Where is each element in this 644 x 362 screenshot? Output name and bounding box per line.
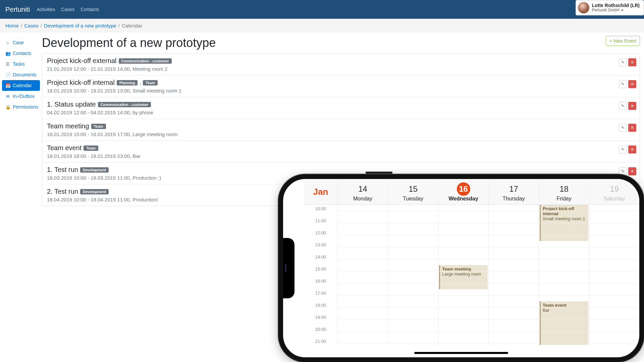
- calendar-times: 10:0011:0012:0013:0014:0015:0016:0017:00…: [304, 205, 337, 346]
- calendar-event[interactable]: Team eventBar: [540, 301, 588, 345]
- gridline: [337, 271, 639, 272]
- event-tag: Team: [91, 124, 106, 129]
- new-event-label: New Event: [613, 38, 636, 44]
- edit-button[interactable]: ✎: [619, 80, 627, 88]
- event-tag: Team: [84, 145, 98, 151]
- calendar-time-label: 14:00: [304, 254, 337, 266]
- event-meta: 21.01.2019 12:00 - 21.01.2019 14:00, Mee…: [47, 66, 635, 72]
- edit-button[interactable]: ✎: [619, 124, 627, 132]
- user-name: Lotte Rothschild (LR): [592, 3, 640, 8]
- user-menu[interactable]: Lotte Rothschild (LR) Pertuniti GmbH: [576, 0, 644, 15]
- event-row: 1. Status updateCommunication - customer…: [42, 97, 640, 119]
- calendar-day-num: 16: [457, 182, 470, 196]
- calendar-day[interactable]: 18Friday: [539, 179, 589, 204]
- calendar-month: Jan: [304, 179, 337, 204]
- file-icon: 📄: [5, 72, 10, 77]
- calendar-event-location: Bar: [543, 308, 586, 313]
- gridline: [337, 283, 639, 284]
- sidebar-item-label: Documents: [13, 72, 37, 77]
- gridline: [337, 259, 639, 259]
- event-actions: ✎✕: [619, 80, 636, 88]
- brand-logo[interactable]: Pertuniti: [5, 6, 30, 13]
- event-meta: 18.01.2019 18:00 - 18.01.2019 23:00, Bar: [47, 153, 635, 159]
- event-row: Team meetingTeam16.01.2019 15:00 - 16.01…: [42, 119, 640, 141]
- sidebar-item-in-outbox[interactable]: ✉In-/Outbox: [2, 91, 40, 102]
- calendar-time-label: 13:00: [304, 242, 337, 254]
- breadcrumb: Home/Cases/Development of a new prototyp…: [0, 19, 644, 33]
- event-tag: Planning: [117, 80, 138, 85]
- sidebar-item-tasks[interactable]: ☰Tasks: [2, 59, 40, 69]
- calendar-day-num: 18: [557, 182, 571, 196]
- calendar-grid: 10:0011:0012:0013:0014:0015:0016:0017:00…: [304, 205, 639, 346]
- edit-button[interactable]: ✎: [619, 145, 627, 154]
- home-indicator: [414, 352, 508, 354]
- calendar-column[interactable]: [589, 205, 639, 346]
- calendar-day[interactable]: 15Tuesday: [388, 179, 438, 204]
- mobile-calendar: Jan14Monday15Tuesday16Wednesday17Thursda…: [304, 179, 639, 357]
- calendar-day-name: Tuesday: [388, 196, 438, 202]
- breadcrumb-separator: /: [118, 23, 120, 28]
- event-meta: 16.01.2019 15:00 - 16.01.2019 17:00, Lar…: [47, 131, 635, 137]
- user-info: Lotte Rothschild (LR) Pertuniti GmbH: [592, 3, 640, 13]
- event-title: 1. Test run: [47, 166, 78, 174]
- calendar-column[interactable]: [488, 205, 539, 346]
- calendar-day-num: 14: [356, 182, 370, 196]
- nav-link-cases[interactable]: Cases: [61, 7, 75, 12]
- calendar-day[interactable]: 17Thursday: [488, 179, 539, 204]
- users-icon: 👥: [5, 51, 10, 56]
- new-event-button[interactable]: + New Event: [606, 36, 640, 46]
- calendar-time-label: 16:00: [304, 279, 337, 291]
- calendar-column[interactable]: [337, 205, 388, 346]
- gridline: [337, 307, 639, 308]
- event-row: Project kick-off internalPlanning,Team18…: [42, 75, 640, 97]
- event-title: Project kick-off external: [47, 57, 117, 65]
- mail-icon: ✉: [5, 94, 10, 99]
- delete-button[interactable]: ✕: [628, 58, 636, 66]
- gridline: [337, 295, 639, 296]
- event-actions: ✎✕: [619, 124, 636, 132]
- calendar-event-location: Small meeting room 1: [543, 216, 586, 221]
- breadcrumb-home[interactable]: Home: [5, 23, 19, 28]
- calendar-day[interactable]: 14Monday: [337, 179, 388, 204]
- delete-button[interactable]: ✕: [628, 80, 636, 88]
- calendar-day-num: 17: [507, 182, 521, 196]
- tag-separator: ,: [140, 80, 141, 85]
- nav-link-contacts[interactable]: Contacts: [80, 7, 99, 12]
- calendar-day[interactable]: 16Wednesday: [438, 179, 488, 204]
- edit-button[interactable]: ✎: [619, 102, 627, 110]
- sidebar-item-documents[interactable]: 📄Documents: [2, 69, 40, 80]
- delete-button[interactable]: ✕: [628, 124, 636, 132]
- sidebar-item-calendar[interactable]: 📅Calendar: [2, 80, 40, 91]
- delete-button[interactable]: ✕: [628, 102, 636, 110]
- sidebar-item-permissions[interactable]: 🔒Permissions: [2, 102, 40, 112]
- gridline: [337, 211, 639, 211]
- calendar-column[interactable]: [388, 205, 438, 346]
- calendar-column[interactable]: Team meetingLarge meeting room: [438, 205, 488, 346]
- breadcrumb-cases[interactable]: Cases: [24, 23, 39, 28]
- calendar-body: 10:0011:0012:0013:0014:0015:0016:0017:00…: [304, 205, 639, 357]
- calendar-day-num: 19: [608, 182, 621, 196]
- calendar-column[interactable]: Project kick-off internalSmall meeting r…: [539, 205, 589, 346]
- event-row: Project kick-off externalCommunication -…: [42, 54, 640, 75]
- calendar-event[interactable]: Team meetingLarge meeting room: [439, 265, 488, 289]
- delete-button[interactable]: ✕: [628, 145, 636, 154]
- gridline: [337, 235, 639, 235]
- breadcrumb-development-of-a-new-prototype[interactable]: Development of a new prototype: [44, 23, 116, 28]
- lock-icon: 🔒: [5, 105, 10, 110]
- avatar: [578, 2, 589, 13]
- nav-link-activities[interactable]: Activities: [37, 7, 55, 12]
- gridline: [337, 331, 639, 332]
- sidebar-item-label: Tasks: [13, 61, 25, 67]
- page-title: Development of a new prototype: [42, 36, 216, 50]
- gridline: [337, 247, 639, 247]
- event-title-row: Team eventTeam: [47, 144, 635, 152]
- sidebar-item-contacts[interactable]: 👥Contacts: [2, 48, 40, 59]
- calendar-day[interactable]: 19Saturday: [589, 179, 639, 204]
- sidebar-item-case[interactable]: ⌂Case: [2, 37, 40, 48]
- event-meta: 04.02.2019 12:00 - 04.02.2019 14:00, by …: [47, 110, 635, 115]
- calendar-time-label: 11:00: [304, 218, 337, 230]
- event-title: Team event: [47, 144, 82, 152]
- edit-button[interactable]: ✎: [619, 58, 627, 66]
- phone-mockup: Jan14Monday15Tuesday16Wednesday17Thursda…: [278, 174, 644, 362]
- gridline: [337, 223, 639, 223]
